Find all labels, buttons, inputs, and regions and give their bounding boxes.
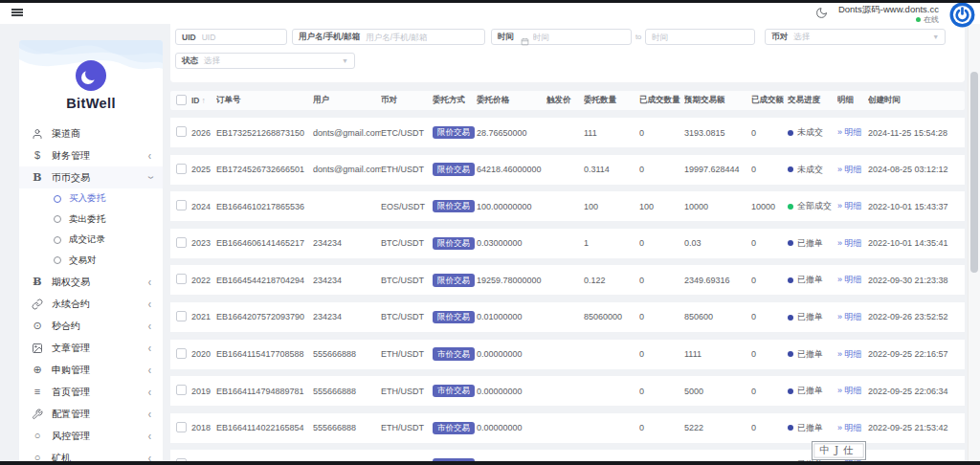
select-all-checkbox[interactable] xyxy=(176,95,187,105)
cell-expected: 5000 xyxy=(684,387,751,396)
row-checkbox[interactable] xyxy=(176,126,187,137)
time-label: 时间 xyxy=(498,32,514,43)
detail-link[interactable]: » 明细 xyxy=(837,349,862,359)
cell-progress: 已撤单 xyxy=(788,348,837,361)
status-dot xyxy=(788,388,793,394)
chevron-icon: ‹ xyxy=(148,341,151,354)
row-checkbox[interactable] xyxy=(176,311,187,321)
sidebar-item-spot-trade[interactable]: B 币币交易 ‹ xyxy=(19,166,163,188)
calendar-icon xyxy=(521,33,529,41)
sidebar-item-article-mgmt[interactable]: 文章管理 ‹ xyxy=(19,337,163,359)
table-row[interactable]: 2019 EB1664114794889781 555666888 ETH/US… xyxy=(170,376,965,406)
detail-link[interactable]: » 明细 xyxy=(837,423,862,432)
cell-filled-value: 10000 xyxy=(751,202,788,211)
sidebar-item-perpetual-contract[interactable]: 永续合约 ‹ xyxy=(19,293,163,315)
cell-progress: 已撤单 xyxy=(788,422,837,434)
row-checkbox[interactable] xyxy=(176,164,187,174)
table-row[interactable]: 2021 EB1664207572093790 234234 BTC/USDT … xyxy=(170,302,965,332)
cell-filled-value: 0 xyxy=(751,312,788,321)
sidebar-subitem-buy-orders[interactable]: 买入委托 xyxy=(19,188,163,210)
page-scrollbar[interactable] xyxy=(968,24,980,461)
table-row[interactable]: 2024 EB1664610217865536 EOS/USDT 限价交易 10… xyxy=(170,191,965,221)
row-checkbox[interactable] xyxy=(176,200,187,210)
cell-order-no: EB1664544218704294 xyxy=(216,276,313,285)
sidebar-item-miner[interactable]: ○ 矿机 ‹ xyxy=(19,447,163,461)
sidebar-toggle-icon[interactable] xyxy=(11,9,23,16)
row-checkbox[interactable] xyxy=(176,237,187,248)
detail-link[interactable]: » 明细 xyxy=(837,127,862,137)
donts-logo-icon[interactable] xyxy=(949,2,975,28)
sidebar-item-options-trade[interactable]: Ƀ 期权交易 ‹ xyxy=(19,271,163,293)
cell-filled-amount: 0 xyxy=(639,423,684,432)
cell-created: 2022-10-01 15:43:37 xyxy=(868,202,965,211)
sidebar-item-homepage-mgmt[interactable]: ≡ 首页管理 ‹ xyxy=(19,381,163,403)
detail-link[interactable]: » 明细 xyxy=(837,275,862,284)
sidebar-item-config-mgmt[interactable]: 配置管理 ‹ xyxy=(19,403,163,425)
table-row[interactable]: 2018 EB1664114022165854 555666888 ETH/US… xyxy=(170,413,965,443)
pair-placeholder: 选择 xyxy=(793,32,928,43)
cell-filled-amount: 0 xyxy=(639,349,684,359)
trade-mode-badge: 限价交易 xyxy=(433,200,475,213)
topbar: Donts源码-www.donts.cc 在线 xyxy=(0,0,980,24)
sidebar-subitem-trade-records[interactable]: 成交记录 xyxy=(19,230,163,251)
column-header-filled_amount: 已成交数量 xyxy=(639,95,684,106)
row-checkbox[interactable] xyxy=(176,274,187,284)
cell-filled-value: 0 xyxy=(751,387,788,396)
time-end-filter xyxy=(645,29,755,45)
sidebar-item-seconds-contract[interactable]: ⊙ 秒合约 ‹ xyxy=(19,315,163,337)
user-filter-label: 用户名/手机/邮箱 xyxy=(299,32,360,43)
detail-link[interactable]: » 明细 xyxy=(837,201,862,210)
sort-asc-icon[interactable]: ↑ xyxy=(202,96,206,105)
time-start-input[interactable] xyxy=(533,33,625,42)
target-icon: ⊙ xyxy=(31,321,44,331)
cell-user: donts@gmail.com xyxy=(313,165,381,174)
status-placeholder: 选择 xyxy=(204,55,338,67)
cell-id: 2020 xyxy=(191,349,216,359)
cell-created: 2022-10-01 14:35:41 xyxy=(868,238,965,248)
user-block[interactable]: Donts源码-www.donts.cc 在线 xyxy=(838,5,939,24)
status-dot xyxy=(788,351,793,357)
uid-label: UID xyxy=(182,33,196,42)
window-bottom-edge xyxy=(0,461,980,465)
status-text: 全部成交 xyxy=(797,201,832,210)
cell-order-no: EB1664606141465217 xyxy=(216,238,313,248)
table-row[interactable]: 2020 EB1664115417708588 555666888 ETH/US… xyxy=(170,340,965,369)
circle-icon xyxy=(54,256,61,264)
row-checkbox[interactable] xyxy=(176,422,187,432)
detail-link[interactable]: » 明细 xyxy=(837,165,862,174)
column-header-user: 用户 xyxy=(313,95,381,106)
time-end-input[interactable] xyxy=(652,33,748,42)
detail-link[interactable]: » 明细 xyxy=(837,312,862,321)
sidebar-subitem-sell-orders[interactable]: 卖出委托 xyxy=(19,210,163,231)
uid-input[interactable] xyxy=(202,33,280,42)
cell-created: 2022-09-30 21:23:38 xyxy=(868,276,965,285)
cell-id: 2018 xyxy=(191,423,216,432)
column-header-id[interactable]: ID↑ xyxy=(191,96,216,105)
table-row[interactable]: 2023 EB1664606141465217 234234 BTC/USDT … xyxy=(170,229,965,258)
pair-label: 币对 xyxy=(771,32,788,43)
sidebar-item-subscription-mgmt[interactable]: ⊕ 申购管理 ‹ xyxy=(19,359,163,381)
sidebar-item-channel[interactable]: 渠道商 xyxy=(19,122,163,144)
sidebar-subitem-trade-pairs[interactable]: 交易对 xyxy=(19,251,163,272)
status-select[interactable]: 状态 选择 ▼ xyxy=(175,53,355,69)
pair-select[interactable]: 币对 选择 ▼ xyxy=(765,29,946,45)
detail-link[interactable]: » 明细 xyxy=(837,386,862,395)
sidebar-item-finance[interactable]: $ 财务管理 ‹ xyxy=(19,144,163,166)
circle-icon xyxy=(54,236,61,244)
circle-icon: ○ xyxy=(31,453,44,461)
detail-link[interactable]: » 明细 xyxy=(837,238,862,248)
sidebar-item-risk-mgmt[interactable]: ○ 风控管理 ‹ xyxy=(19,425,163,447)
dark-mode-toggle-icon[interactable] xyxy=(815,6,828,23)
column-header-pair: 币对 xyxy=(381,95,433,106)
row-checkbox[interactable] xyxy=(176,385,187,395)
user-filter-input[interactable] xyxy=(366,33,479,42)
table-row[interactable]: 2026 EB1732521268873150 donts@gmail.com … xyxy=(170,118,965,147)
scrollbar-thumb[interactable] xyxy=(970,72,978,273)
table-row[interactable]: 2025 EB1724526732666501 donts@gmail.com … xyxy=(170,155,965,185)
row-checkbox[interactable] xyxy=(176,348,187,359)
cell-expected: 5222 xyxy=(684,423,751,432)
status-text: 已撤单 xyxy=(797,312,823,321)
cell-progress: 已撤单 xyxy=(788,385,837,397)
cell-amount: 100 xyxy=(584,202,639,211)
table-row[interactable]: 2022 EB1664544218704294 234234 BTC/USDT … xyxy=(170,265,965,295)
